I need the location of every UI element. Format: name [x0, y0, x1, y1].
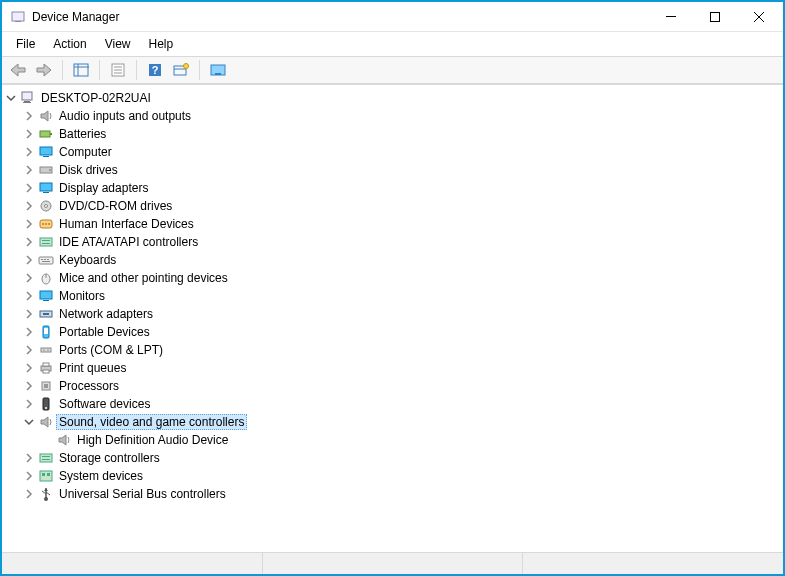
- svg-rect-65: [42, 459, 50, 460]
- tree-node[interactable]: DVD/CD-ROM drives: [22, 197, 783, 215]
- menu-help[interactable]: Help: [141, 34, 182, 54]
- scan-hardware-button[interactable]: [169, 59, 193, 81]
- tree-node[interactable]: High Definition Audio Device: [40, 431, 783, 449]
- tree-node-label: Ports (COM & LPT): [56, 343, 166, 357]
- svg-rect-58: [43, 370, 49, 373]
- chevron-right-icon[interactable]: [22, 199, 36, 213]
- svg-rect-24: [50, 133, 52, 135]
- chevron-down-icon[interactable]: [22, 415, 36, 429]
- tree-node-label: Software devices: [56, 397, 153, 411]
- tree-node[interactable]: Universal Serial Bus controllers: [22, 485, 783, 503]
- svg-point-32: [45, 205, 48, 208]
- hid-icon: [38, 216, 54, 232]
- tree-node-label: Monitors: [56, 289, 108, 303]
- tree-node[interactable]: Print queues: [22, 359, 783, 377]
- tree-node[interactable]: Audio inputs and outputs: [22, 107, 783, 125]
- toolbar-separator: [136, 60, 137, 80]
- disk-icon: [38, 162, 54, 178]
- chevron-right-icon[interactable]: [22, 163, 36, 177]
- tree-root-node[interactable]: DESKTOP-02R2UAI: [4, 89, 783, 107]
- maximize-button[interactable]: [693, 3, 737, 31]
- back-button[interactable]: [6, 59, 30, 81]
- chevron-right-icon[interactable]: [22, 271, 36, 285]
- chevron-right-icon[interactable]: [22, 109, 36, 123]
- toolbar-separator: [99, 60, 100, 80]
- svg-rect-1: [15, 21, 21, 22]
- chevron-right-icon[interactable]: [22, 127, 36, 141]
- tree-node[interactable]: Network adapters: [22, 305, 783, 323]
- close-button[interactable]: [737, 3, 781, 31]
- svg-rect-41: [41, 259, 43, 260]
- svg-rect-21: [24, 101, 30, 102]
- chevron-right-icon[interactable]: [22, 361, 36, 375]
- chevron-right-icon[interactable]: [22, 145, 36, 159]
- chevron-right-icon[interactable]: [22, 487, 36, 501]
- tree-node[interactable]: Disk drives: [22, 161, 783, 179]
- chevron-right-icon[interactable]: [22, 451, 36, 465]
- battery-icon: [38, 126, 54, 142]
- chevron-right-icon[interactable]: [22, 307, 36, 321]
- show-hidden-devices-button[interactable]: [206, 59, 230, 81]
- system-icon: [38, 468, 54, 484]
- svg-rect-19: [215, 73, 221, 75]
- menu-file[interactable]: File: [8, 34, 43, 54]
- tree-node[interactable]: Mice and other pointing devices: [22, 269, 783, 287]
- mouse-icon: [38, 270, 54, 286]
- svg-text:?: ?: [152, 64, 159, 76]
- display-icon: [38, 180, 54, 196]
- tree-node-label: Network adapters: [56, 307, 156, 321]
- menu-view[interactable]: View: [97, 34, 139, 54]
- toolbar: ?: [2, 57, 783, 84]
- tree-node-label: IDE ATA/ATAPI controllers: [56, 235, 201, 249]
- help-button[interactable]: ?: [143, 59, 167, 81]
- forward-button[interactable]: [32, 59, 56, 81]
- tree-node[interactable]: Portable Devices: [22, 323, 783, 341]
- chevron-right-icon[interactable]: [22, 325, 36, 339]
- chevron-right-icon[interactable]: [22, 379, 36, 393]
- svg-rect-43: [47, 259, 49, 260]
- tree-node[interactable]: Processors: [22, 377, 783, 395]
- tree-node[interactable]: Human Interface Devices: [22, 215, 783, 233]
- svg-rect-44: [42, 261, 50, 262]
- tree-node[interactable]: Ports (COM & LPT): [22, 341, 783, 359]
- svg-rect-30: [43, 192, 49, 193]
- minimize-button[interactable]: [649, 3, 693, 31]
- tree-node[interactable]: Batteries: [22, 125, 783, 143]
- titlebar: Device Manager: [2, 2, 783, 32]
- cpu-icon: [38, 378, 54, 394]
- chevron-right-icon[interactable]: [22, 253, 36, 267]
- chevron-right-icon[interactable]: [22, 289, 36, 303]
- tree-node[interactable]: System devices: [22, 467, 783, 485]
- tree-node-label: Computer: [56, 145, 115, 159]
- tree-node[interactable]: Computer: [22, 143, 783, 161]
- tree-node-label: Human Interface Devices: [56, 217, 197, 231]
- speaker-icon: [38, 108, 54, 124]
- window-controls: [649, 3, 781, 31]
- properties-button[interactable]: [106, 59, 130, 81]
- menu-action[interactable]: Action: [45, 34, 94, 54]
- show-hide-console-button[interactable]: [69, 59, 93, 81]
- tree-node[interactable]: Sound, video and game controllers: [22, 413, 783, 431]
- chevron-down-icon[interactable]: [4, 91, 18, 105]
- chevron-right-icon[interactable]: [22, 469, 36, 483]
- cdrom-icon: [38, 198, 54, 214]
- tree-node[interactable]: IDE ATA/ATAPI controllers: [22, 233, 783, 251]
- tree-node[interactable]: Monitors: [22, 287, 783, 305]
- device-tree-panel[interactable]: DESKTOP-02R2UAIAudio inputs and outputsB…: [2, 84, 783, 552]
- tree-node[interactable]: Display adapters: [22, 179, 783, 197]
- chevron-right-icon[interactable]: [22, 343, 36, 357]
- tree-node[interactable]: Software devices: [22, 395, 783, 413]
- chevron-right-icon[interactable]: [22, 235, 36, 249]
- svg-rect-66: [40, 471, 52, 481]
- tree-node[interactable]: Storage controllers: [22, 449, 783, 467]
- chevron-right-icon[interactable]: [22, 181, 36, 195]
- svg-point-35: [45, 223, 47, 225]
- chevron-right-icon[interactable]: [22, 217, 36, 231]
- ide-icon: [38, 234, 54, 250]
- svg-rect-57: [43, 363, 49, 366]
- tree-node[interactable]: Keyboards: [22, 251, 783, 269]
- chevron-right-icon[interactable]: [22, 397, 36, 411]
- svg-point-17: [184, 64, 189, 69]
- svg-rect-42: [44, 259, 46, 260]
- svg-rect-63: [40, 454, 52, 462]
